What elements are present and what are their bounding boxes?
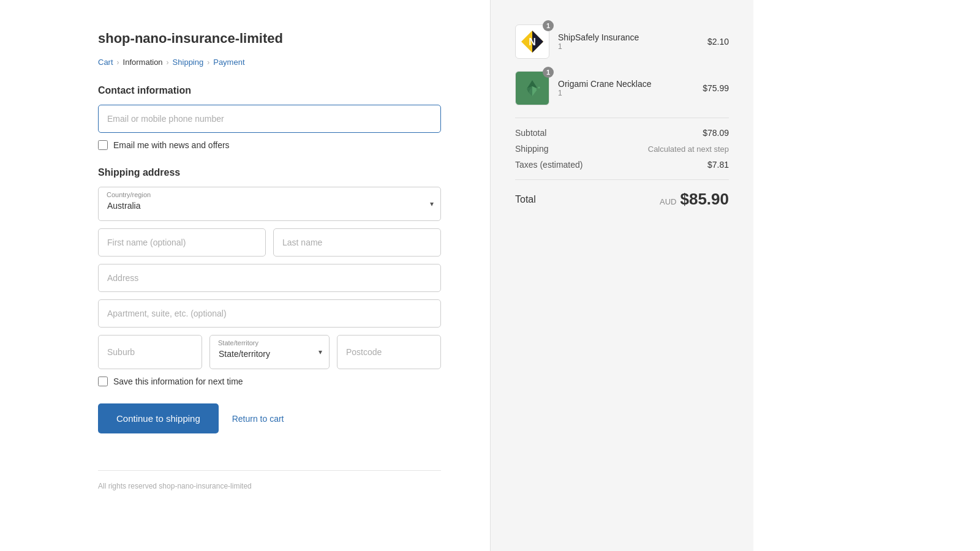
newsletter-label: Email me with news and offers <box>113 140 230 150</box>
left-panel: shop-nano-insurance-limited Cart › Infor… <box>0 0 490 551</box>
address-row <box>98 264 441 292</box>
suburb-row: State/territory State/territory ▾ <box>98 335 441 369</box>
breadcrumb: Cart › Information › Shipping › Payment <box>98 58 441 67</box>
country-select-wrapper: Country/region Australia ▾ <box>98 187 441 221</box>
shipping-section-title: Shipping address <box>98 167 441 178</box>
subtotal-row: Subtotal $78.09 <box>515 128 729 138</box>
order-item-shipsafely: N 1 ShipSafely Insurance 1 $2.10 <box>515 24 729 59</box>
shipping-row: Shipping Calculated at next step <box>515 144 729 154</box>
shipping-label: Shipping <box>515 144 549 154</box>
save-info-checkbox[interactable] <box>98 377 108 386</box>
origami-badge: 1 <box>543 67 554 78</box>
shipsafely-qty: 1 <box>558 42 699 51</box>
origami-info: Origami Crane Necklace 1 <box>558 79 694 97</box>
taxes-label: Taxes (estimated) <box>515 160 582 170</box>
shipsafely-img-wrapper: N 1 <box>515 24 549 59</box>
breadcrumb-payment[interactable]: Payment <box>213 58 244 67</box>
apartment-input[interactable] <box>98 299 441 328</box>
name-row <box>98 228 441 257</box>
breadcrumb-information: Information <box>123 58 163 67</box>
newsletter-row: Email me with news and offers <box>98 140 441 150</box>
total-value-wrapper: AUD $85.90 <box>660 190 729 209</box>
breadcrumb-cart[interactable]: Cart <box>98 58 113 67</box>
breadcrumb-shipping[interactable]: Shipping <box>173 58 204 67</box>
taxes-row: Taxes (estimated) $7.81 <box>515 160 729 170</box>
shipsafely-info: ShipSafely Insurance 1 <box>558 32 699 51</box>
origami-price: $75.99 <box>703 83 729 93</box>
country-select-container: Country/region Australia ▾ <box>98 187 441 221</box>
state-select[interactable]: State/territory <box>209 335 330 369</box>
email-input[interactable] <box>98 105 441 133</box>
first-name-input[interactable] <box>98 228 266 257</box>
breadcrumb-sep-3: › <box>207 58 209 67</box>
origami-img-wrapper: 1 <box>515 71 549 105</box>
origami-name: Origami Crane Necklace <box>558 79 694 89</box>
breadcrumb-sep-2: › <box>167 58 169 67</box>
last-name-input[interactable] <box>273 228 441 257</box>
save-info-label: Save this information for next time <box>113 377 243 386</box>
apartment-row <box>98 299 441 328</box>
origami-qty: 1 <box>558 89 694 97</box>
state-select-wrapper: State/territory State/territory ▾ <box>209 335 330 369</box>
total-currency: AUD <box>660 197 676 206</box>
return-to-cart-link[interactable]: Return to cart <box>232 414 284 424</box>
total-row: Total AUD $85.90 <box>515 190 729 209</box>
continue-to-shipping-button[interactable]: Continue to shipping <box>98 403 219 433</box>
shipsafely-price: $2.10 <box>707 37 729 47</box>
form-actions: Continue to shipping Return to cart <box>98 403 441 433</box>
subtotal-label: Subtotal <box>515 128 546 138</box>
footer-text: All rights reserved shop-nano-insurance-… <box>98 470 441 490</box>
shipsafely-badge: 1 <box>543 20 554 31</box>
shipping-value: Calculated at next step <box>648 144 729 154</box>
total-label: Total <box>515 194 536 205</box>
store-name: shop-nano-insurance-limited <box>98 31 441 47</box>
newsletter-checkbox[interactable] <box>98 140 108 150</box>
svg-point-10 <box>538 87 540 89</box>
order-divider-1 <box>515 118 729 118</box>
suburb-input[interactable] <box>98 335 202 369</box>
postcode-input[interactable] <box>337 335 441 369</box>
taxes-value: $7.81 <box>707 160 729 170</box>
order-item-origami: 1 Origami Crane Necklace 1 $75.99 <box>515 71 729 105</box>
svg-text:N: N <box>529 37 536 47</box>
order-divider-2 <box>515 179 729 180</box>
subtotal-value: $78.09 <box>703 128 729 138</box>
total-amount: $85.90 <box>680 190 729 209</box>
address-input[interactable] <box>98 264 441 292</box>
save-info-row: Save this information for next time <box>98 377 441 386</box>
right-panel: N 1 ShipSafely Insurance 1 $2.10 <box>490 0 753 551</box>
shipsafely-name: ShipSafely Insurance <box>558 32 699 42</box>
contact-section-title: Contact information <box>98 85 441 96</box>
country-select[interactable]: Australia <box>98 187 441 221</box>
breadcrumb-sep-1: › <box>117 58 119 67</box>
